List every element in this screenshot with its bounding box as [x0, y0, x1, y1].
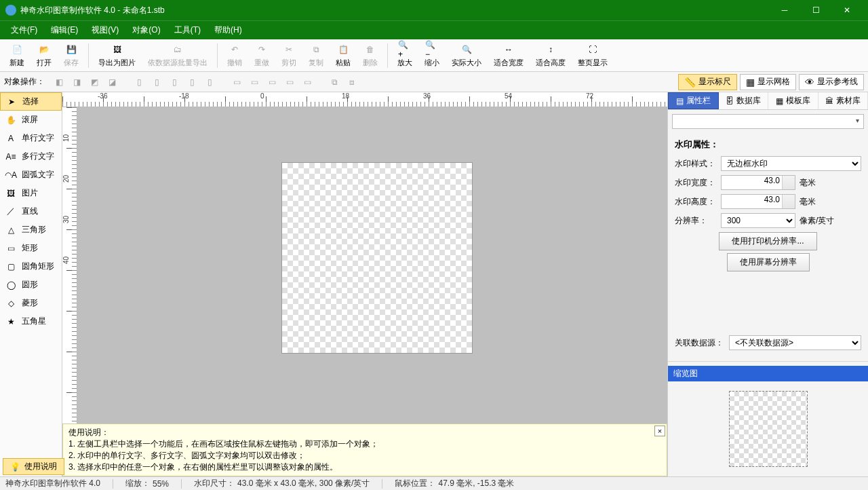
align-icon: ▯	[201, 74, 218, 90]
open-button[interactable]: 📂打开	[31, 41, 57, 71]
align-icon: ▯	[183, 74, 201, 90]
tool-line[interactable]: ／直线	[0, 202, 62, 221]
text-multi-icon: A≡	[5, 151, 16, 162]
tab-icon: 🏛	[825, 96, 833, 106]
tool-ellipse[interactable]: ◯圆形	[0, 276, 62, 294]
layer-icon: ◩	[85, 74, 103, 90]
round-rect-icon: ▢	[5, 261, 16, 272]
tool-pan[interactable]: ✋滚屏	[0, 111, 62, 129]
zoom-actual-button[interactable]: 🔍实际大小	[446, 41, 487, 71]
statusbar: 神奇水印图章制作软件 4.0 缩放：55% 水印尺寸：43.0 毫米 x 43.…	[0, 476, 868, 490]
close-button[interactable]: ✕	[831, 0, 863, 20]
dpi-select[interactable]: 300	[721, 213, 795, 228]
menu-对象(O)[interactable]: 对象(O)	[125, 22, 167, 39]
tool-rect[interactable]: ▭矩形	[0, 239, 62, 257]
tool-image[interactable]: 🖼图片	[0, 184, 62, 202]
ops-label: 对象操作：	[4, 76, 45, 88]
redo-icon: ↷	[255, 43, 269, 56]
tool-star[interactable]: ★五角星	[0, 312, 62, 331]
tab-属性栏[interactable]: ▤属性栏	[668, 92, 719, 109]
dpi-label: 分辨率：	[675, 215, 717, 227]
tool-triangle[interactable]: △三角形	[0, 221, 62, 239]
help-toggle-button[interactable]: 💡 使用说明	[3, 458, 64, 475]
right-panel: ▤属性栏🗄数据库▦模板库🏛素材库 水印属性： 水印样式： 无边框水印 水印宽度：…	[667, 92, 868, 476]
layer-icon: ◪	[103, 74, 121, 90]
zoom-out-button[interactable]: 🔍−缩小	[419, 41, 445, 71]
layer-icon: ◨	[68, 74, 85, 90]
style-select[interactable]: 无边框水印	[721, 156, 861, 171]
menu-工具(T)[interactable]: 工具(T)	[167, 22, 208, 39]
zoom-actual-icon: 🔍	[460, 43, 473, 56]
tab-模板库[interactable]: ▦模板库	[768, 92, 818, 109]
paste-button[interactable]: 📋粘贴	[330, 41, 356, 71]
width-input[interactable]: 43.0▴▾	[721, 175, 795, 190]
minimize-button[interactable]: ─	[769, 0, 800, 20]
new-button[interactable]: 📄新建	[4, 41, 30, 71]
redo-button: ↷重做	[249, 41, 275, 71]
artboard[interactable]	[282, 163, 472, 353]
zoom-out-icon: 🔍−	[425, 43, 439, 56]
rect-icon: ▭	[5, 243, 16, 254]
export-image-icon: 🖼	[111, 43, 124, 56]
new-icon: 📄	[10, 43, 24, 56]
align-right-icon: ▯	[165, 74, 183, 90]
copy-icon: ⧉	[309, 43, 323, 56]
help-line: 2. 水印中的单行文字、多行文字、圆弧文字对象均可以双击修改；	[68, 450, 661, 461]
show-ruler-icon: 📏	[684, 77, 696, 88]
fit-width-button[interactable]: ↔适合宽度	[488, 41, 529, 71]
tool-text-arc[interactable]: ◠A圆弧文字	[0, 166, 62, 184]
tool-text-multi[interactable]: A≡多行文字	[0, 147, 62, 166]
undo-button: ↶撤销	[222, 41, 248, 71]
maximize-button[interactable]: ☐	[800, 0, 831, 20]
select-icon: ➤	[6, 96, 17, 107]
height-unit: 毫米	[800, 196, 816, 208]
ruler-vertical: 10203040	[62, 107, 77, 423]
help-panel: × 使用说明： 1. 左侧工具栏中选择一个功能后，在画布区域按住鼠标左键拖动，即…	[62, 423, 667, 476]
height-input[interactable]: 43.0▴▾	[721, 194, 795, 209]
style-label: 水印样式：	[675, 158, 717, 170]
tab-数据库[interactable]: 🗄数据库	[719, 92, 769, 109]
tab-素材库[interactable]: 🏛素材库	[818, 92, 869, 109]
distribute-icon: ▭	[281, 74, 298, 90]
zoom-in-button[interactable]: 🔍+放大	[392, 41, 418, 71]
export-image-button[interactable]: 🖼导出为图片	[93, 41, 141, 71]
window-title: 神奇水印图章制作软件 4.0 - 未命名1.stb	[20, 5, 769, 16]
use-printer-dpi-button[interactable]: 使用打印机分辨率...	[719, 232, 816, 250]
canvas-area[interactable]	[77, 107, 667, 423]
show-guides-icon: 👁	[805, 77, 814, 88]
text-single-icon: A	[5, 133, 16, 144]
show-ruler-toggle[interactable]: 📏显示标尺	[678, 74, 737, 90]
datasource-label: 关联数据源：	[675, 337, 725, 349]
tool-select[interactable]: ➤选择	[0, 92, 62, 111]
group-icon: ⧉	[326, 74, 343, 90]
menu-编辑(E)[interactable]: 编辑(E)	[44, 22, 85, 39]
diamond-icon: ◇	[5, 298, 16, 309]
datasource-select[interactable]: <不关联数据源>	[729, 335, 861, 350]
align-center-icon: ▯	[148, 74, 165, 90]
fit-height-icon: ↕	[544, 43, 557, 56]
status-mouse: 47.9 毫米, -15.3 毫米	[438, 478, 514, 489]
delete-button: 🗑删除	[357, 41, 383, 71]
main-toolbar: 📄新建📂打开💾保存🖼导出为图片🗂依数据源批量导出↶撤销↷重做✂剪切⧉复制📋粘贴🗑…	[0, 39, 868, 72]
status-size: 43.0 毫米 x 43.0 毫米, 300 像素/英寸	[237, 478, 370, 489]
dpi-unit: 像素/英寸	[800, 215, 834, 227]
align-bottom-icon: ▭	[263, 74, 281, 90]
object-selector-combo[interactable]	[672, 114, 864, 129]
tool-round-rect[interactable]: ▢圆角矩形	[0, 257, 62, 276]
close-icon[interactable]: ×	[654, 426, 665, 436]
menu-帮助(H)[interactable]: 帮助(H)	[208, 22, 249, 39]
undo-icon: ↶	[228, 43, 241, 56]
use-screen-dpi-button[interactable]: 使用屏幕分辨率	[727, 253, 810, 271]
tool-text-single[interactable]: A单行文字	[0, 129, 62, 147]
show-grid-toggle[interactable]: ▦显示网格	[740, 74, 796, 90]
status-zoom: 55%	[153, 479, 169, 489]
ungroup-icon: ⧈	[343, 74, 361, 90]
show-guides-toggle[interactable]: 👁显示参考线	[799, 74, 864, 90]
menu-视图(V)[interactable]: 视图(V)	[85, 22, 125, 39]
fit-page-button[interactable]: ⛶整页显示	[572, 41, 613, 71]
menu-文件(F)[interactable]: 文件(F)	[4, 22, 44, 39]
fit-height-button[interactable]: ↕适合高度	[530, 41, 571, 71]
titlebar: 神奇水印图章制作软件 4.0 - 未命名1.stb ─ ☐ ✕	[0, 0, 868, 20]
help-title: 使用说明：	[68, 427, 661, 438]
tool-diamond[interactable]: ◇菱形	[0, 294, 62, 312]
